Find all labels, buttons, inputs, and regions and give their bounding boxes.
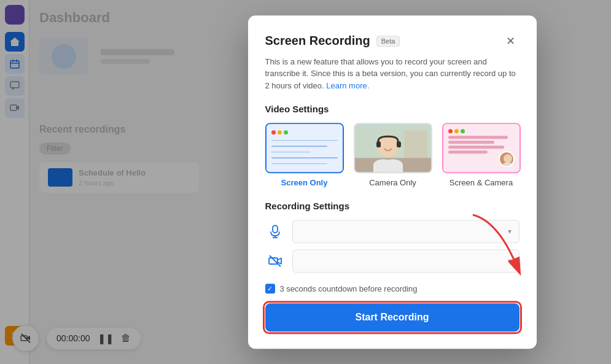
dot-red <box>271 130 276 134</box>
microphone-select[interactable]: ▾ <box>292 220 520 243</box>
svg-point-22 <box>502 162 514 167</box>
dot-red <box>448 129 453 133</box>
screen-only-option[interactable]: Screen Only <box>265 123 344 187</box>
camera-row: ▾ <box>265 249 520 273</box>
recording-settings-title: Recording Settings <box>265 201 520 211</box>
screen-line <box>271 140 338 141</box>
svg-point-21 <box>504 154 512 163</box>
modal-description: This is a new feature that allows you to… <box>265 56 520 92</box>
camera-select[interactable]: ▾ <box>292 249 520 273</box>
microphone-dropdown-arrow: ▾ <box>508 227 512 236</box>
screen-camera-label: Screen & Camera <box>449 178 513 187</box>
screen-camera-option[interactable]: Screen & Camera <box>442 123 521 187</box>
video-settings-title: Video Settings <box>265 104 520 114</box>
start-recording-container: Start Recording <box>265 303 520 331</box>
screen-recording-modal: Screen Recording Beta ✕ This is a new fe… <box>248 15 537 349</box>
camera-off-icon <box>265 251 285 271</box>
camera-only-label: Camera Only <box>369 178 416 187</box>
modal-header: Screen Recording Beta ✕ <box>265 33 520 50</box>
dot-green <box>284 130 288 134</box>
start-recording-button[interactable]: Start Recording <box>265 303 520 331</box>
svg-rect-20 <box>397 141 401 147</box>
svg-line-26 <box>270 255 281 266</box>
close-button[interactable]: ✕ <box>502 33 520 50</box>
learn-more-link[interactable]: Learn more. <box>326 81 369 90</box>
countdown-row: ✓ 3 seconds countdown before recording <box>265 284 520 293</box>
dot-yellow <box>454 129 459 133</box>
svg-rect-23 <box>273 225 278 233</box>
dot-green <box>461 129 465 133</box>
microphone-row: ▾ <box>265 220 520 243</box>
dot-yellow <box>278 130 282 134</box>
modal-title: Screen Recording <box>265 34 370 48</box>
screen-line <box>271 157 338 158</box>
microphone-icon <box>265 222 285 241</box>
countdown-checkbox[interactable]: ✓ <box>265 284 275 293</box>
camera-only-card <box>354 123 432 173</box>
beta-badge: Beta <box>376 36 400 47</box>
screen-only-label: Screen Only <box>281 178 328 187</box>
screen-camera-card <box>442 123 521 173</box>
camera-dropdown-arrow: ▾ <box>508 257 512 265</box>
screen-line <box>271 146 328 147</box>
screen-line <box>271 152 311 152</box>
svg-rect-19 <box>376 141 381 147</box>
recording-settings: Recording Settings ▾ <box>265 201 520 273</box>
screen-line <box>271 163 328 164</box>
screen-only-card <box>265 123 344 173</box>
svg-marker-28 <box>278 258 281 264</box>
checkmark-icon: ✓ <box>267 285 273 292</box>
camera-only-option[interactable]: Camera Only <box>354 123 432 187</box>
countdown-label: 3 seconds countdown before recording <box>280 284 418 293</box>
video-options: Screen Only <box>265 123 520 187</box>
